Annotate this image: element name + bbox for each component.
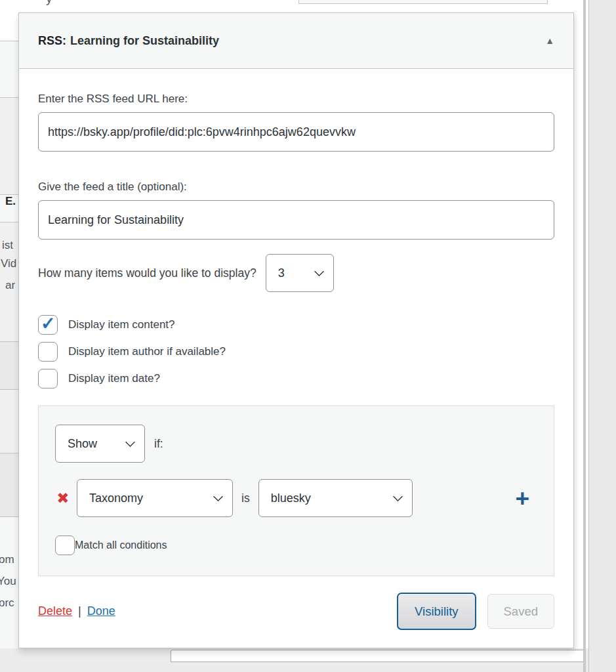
widget-body: Enter the RSS feed URL here: https://bsk… [19,93,573,630]
match-all-checkbox[interactable]: ✓ [55,536,75,555]
widget-type-label: RSS: [38,34,66,48]
items-count-select[interactable]: 3 [266,254,334,292]
display-date-checkbox[interactable]: ✓ [38,369,58,388]
display-author-label: Display item author if available? [68,345,226,358]
background-block [0,341,18,389]
rss-url-input[interactable]: https://bsky.app/profile/did:plc:6pvw4ri… [38,112,554,152]
collapse-arrow-icon[interactable]: ▲ [545,35,554,46]
display-content-checkbox[interactable]: ✓ [38,315,58,335]
visibility-action-select[interactable]: Show [55,425,145,463]
footer-buttons: Visibility Saved [397,593,554,630]
clipped-text-fragment: E. [5,195,16,208]
background-widgets-column: E. ist Vid ar om You orc [0,0,18,648]
rss-url-label: Enter the RSS feed URL here: [38,93,554,106]
delete-link[interactable]: Delete [38,604,72,618]
operator-label: is [241,492,250,505]
if-label: if: [154,437,163,451]
display-content-row: ✓ Display item content? [38,315,554,335]
background-block [0,389,18,453]
items-count-label: How many items would you like to display… [38,266,257,280]
background-right-gutter [588,0,616,672]
chevron-down-icon [392,492,403,502]
items-count-row: How many items would you like to display… [38,254,554,292]
background-block [0,97,18,194]
clipped-text-fragment: orc [0,597,14,610]
clipped-text-fragment: ist [2,239,13,252]
clipped-text-fragment: Vid [1,257,18,270]
clipped-text-fragment: y [46,0,52,6]
visibility-action-row: Show if: [55,425,537,463]
display-author-row: ✓ Display item author if available? [38,342,554,362]
condition-type-select[interactable]: Taxonomy [77,479,233,517]
feed-title-input[interactable]: Learning for Sustainability [38,200,554,240]
link-separator: | [78,604,81,618]
chevron-down-icon [125,437,136,448]
visibility-action-value: Show [56,437,97,451]
chevron-down-icon [213,492,224,502]
display-options: ✓ Display item content? ✓ Display item a… [38,315,554,388]
widget-title: Learning for Sustainability [70,34,219,48]
visibility-button[interactable]: Visibility [397,593,476,630]
saved-button[interactable]: Saved [487,594,554,629]
condition-type-value: Taxonomy [77,492,143,505]
scrollbar[interactable] [583,0,586,672]
background-panel-edge [298,0,548,4]
display-content-label: Display item content? [68,318,175,331]
match-all-label: Match all conditions [75,539,167,551]
chevron-down-icon [314,266,324,277]
clipped-text-fragment: ar [5,279,15,292]
remove-condition-icon[interactable]: ✖ [55,491,71,506]
clipped-text-fragment: om [0,553,14,566]
visibility-conditions-box: Show if: ✖ Taxonomy is bluesky + [38,406,554,576]
footer-links: Delete|Done [38,604,115,618]
items-count-value: 3 [266,266,285,280]
check-icon: ✓ [41,313,56,334]
background-block [0,453,18,516]
feed-title-label: Give the feed a title (optional): [38,180,554,194]
display-author-checkbox[interactable]: ✓ [38,342,58,362]
condition-row: ✖ Taxonomy is bluesky + [55,479,537,517]
widget-header[interactable]: RSS: Learning for Sustainability ▲ [19,13,573,69]
display-date-label: Display item date? [68,372,160,385]
background-block [0,41,18,97]
match-all-row: ✓ Match all conditions [55,536,537,555]
widget-footer: Delete|Done Visibility Saved [38,593,554,630]
done-link[interactable]: Done [87,604,115,618]
background-panel-edge-bottom [171,650,586,662]
rss-widget-panel: RSS: Learning for Sustainability ▲ Enter… [18,12,574,648]
add-condition-icon[interactable]: + [515,486,529,511]
display-date-row: ✓ Display item date? [38,369,554,388]
condition-value-select[interactable]: bluesky [258,479,413,517]
clipped-text-fragment: You [0,575,18,588]
condition-value: bluesky [259,492,311,505]
background-block [0,0,18,41]
